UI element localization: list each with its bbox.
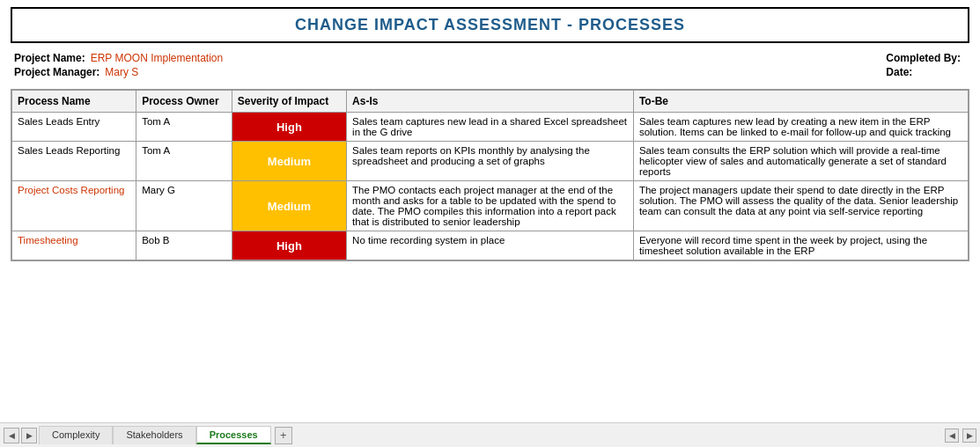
cell-owner: Mary G — [136, 181, 232, 231]
assessment-table: Process Name Process Owner Severity of I… — [11, 90, 969, 260]
table-header-row: Process Name Process Owner Severity of I… — [12, 91, 969, 113]
header-asis: As-Is — [347, 91, 634, 113]
tab-next-btn[interactable]: ▶ — [21, 428, 37, 443]
cell-tobe: Everyone will record time spent in the w… — [633, 231, 968, 260]
header-severity: Severity of Impact — [232, 91, 346, 113]
tab-stakeholders[interactable]: Stakeholders — [113, 426, 195, 444]
project-manager-row: Project Manager: Mary S — [14, 66, 223, 78]
cell-process-name: Sales Leads Reporting — [12, 142, 136, 181]
tabs-list: ComplexityStakeholdersProcesses — [39, 426, 271, 444]
cell-tobe: Sales team consults the ERP solution whi… — [633, 142, 968, 181]
cell-process-name: Sales Leads Entry — [12, 113, 136, 142]
main-content: CHANGE IMPACT ASSESSMENT - PROCESSES Pro… — [0, 0, 980, 422]
meta-right: Completed By: Date: — [886, 52, 966, 78]
cell-severity: High — [232, 231, 346, 260]
cell-owner: Tom A — [136, 113, 232, 142]
date-row: Date: — [886, 66, 966, 78]
header-process-owner: Process Owner — [136, 91, 232, 113]
cell-asis: Sales team reports on KPIs monthly by an… — [347, 142, 634, 181]
project-manager-value: Mary S — [105, 66, 138, 78]
cell-owner: Tom A — [136, 142, 232, 181]
cell-severity: High — [232, 113, 346, 142]
table-row: Sales Leads ReportingTom AMediumSales te… — [12, 142, 969, 181]
scroll-left-btn[interactable]: ◀ — [945, 429, 959, 443]
tab-bar: ◀ ▶ ComplexityStakeholdersProcesses + ◀ … — [0, 422, 980, 447]
scroll-right-btn[interactable]: ▶ — [962, 429, 976, 443]
project-manager-label: Project Manager: — [14, 66, 99, 78]
cell-tobe: Sales team captures new lead by creating… — [633, 113, 968, 142]
meta-left: Project Name: ERP MOON Implementation Pr… — [14, 52, 223, 78]
table-row: TimesheetingBob BHighNo time recording s… — [12, 231, 969, 260]
cell-owner: Bob B — [136, 231, 232, 260]
cell-process-name: Timesheeting — [12, 231, 136, 260]
page-title: CHANGE IMPACT ASSESSMENT - PROCESSES — [295, 16, 685, 33]
title-box: CHANGE IMPACT ASSESSMENT - PROCESSES — [11, 7, 969, 43]
cell-severity: Medium — [232, 142, 346, 181]
table-row: Project Costs ReportingMary GMediumThe P… — [12, 181, 969, 231]
tab-processes[interactable]: Processes — [196, 426, 271, 444]
completed-by-row: Completed By: — [886, 52, 966, 64]
assessment-table-container: Process Name Process Owner Severity of I… — [11, 89, 969, 261]
tab-prev-btn[interactable]: ◀ — [4, 428, 19, 443]
table-row: Sales Leads EntryTom AHighSales team cap… — [12, 113, 969, 142]
cell-tobe: The project managers update their spend … — [633, 181, 968, 231]
cell-asis: Sales team captures new lead in a shared… — [347, 113, 634, 142]
cell-asis: No time recording system in place — [347, 231, 634, 260]
header-process-name: Process Name — [12, 91, 136, 113]
tab-bar-right: ◀ ▶ — [945, 429, 976, 443]
tab-add-btn[interactable]: + — [275, 427, 292, 444]
project-name-row: Project Name: ERP MOON Implementation — [14, 52, 223, 64]
cell-process-name: Project Costs Reporting — [12, 181, 136, 231]
header-tobe: To-Be — [633, 91, 968, 113]
project-name-value: ERP MOON Implementation — [91, 52, 224, 64]
project-name-label: Project Name: — [14, 52, 85, 64]
meta-section: Project Name: ERP MOON Implementation Pr… — [11, 52, 969, 78]
tab-complexity[interactable]: Complexity — [39, 426, 113, 444]
date-label: Date: — [886, 66, 912, 78]
cell-asis: The PMO contacts each project manager at… — [347, 181, 634, 231]
cell-severity: Medium — [232, 181, 346, 231]
completed-by-label: Completed By: — [886, 52, 961, 64]
